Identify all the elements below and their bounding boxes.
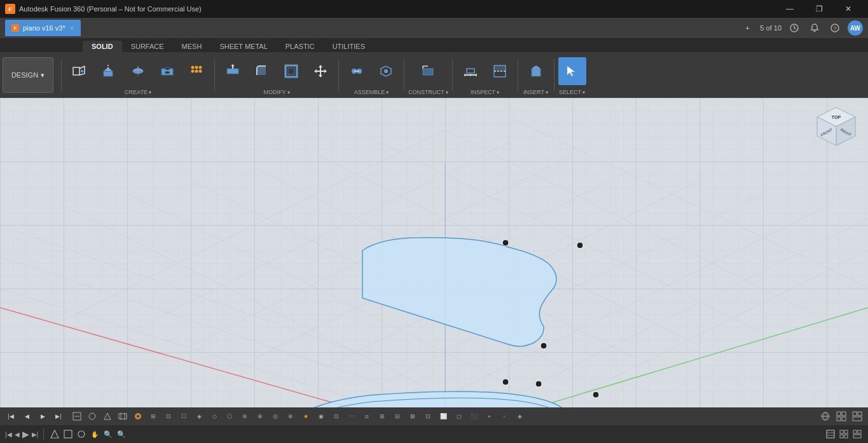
- assemble-arrow[interactable]: ▾: [386, 90, 389, 95]
- status-icon-4[interactable]: ✋: [89, 428, 100, 440]
- fillet-btn[interactable]: [248, 57, 276, 85]
- timeline-icon-19[interactable]: ⋯: [345, 409, 359, 423]
- section-btn[interactable]: [486, 57, 514, 85]
- grid-icon[interactable]: [834, 409, 848, 423]
- measure-btn[interactable]: [457, 57, 485, 85]
- doc-tab-0[interactable]: F piano v16 v3* ✕: [5, 20, 81, 36]
- status-icon-2[interactable]: [62, 428, 74, 440]
- timeline-icon-6[interactable]: ⊞: [146, 409, 160, 423]
- status-right-1[interactable]: [825, 428, 836, 440]
- pattern-btn[interactable]: [183, 57, 210, 85]
- status-icon-1[interactable]: [49, 428, 60, 440]
- tab-utilities[interactable]: UTILITIES: [324, 41, 374, 52]
- timeline-icon-16[interactable]: ★: [299, 409, 313, 423]
- status-fwd-btn[interactable]: ▶|: [32, 431, 39, 438]
- timeline-icon-10[interactable]: ◇: [207, 409, 221, 423]
- nav-step-btn[interactable]: ▶: [36, 409, 50, 423]
- timeline-icon-2[interactable]: [85, 409, 99, 423]
- close-btn[interactable]: ✕: [834, 0, 863, 18]
- minimize-btn[interactable]: —: [775, 0, 804, 18]
- tool-group-inspect: INSPECT ▾: [457, 53, 514, 97]
- timeline-icon-21[interactable]: ⊞: [375, 409, 389, 423]
- joint-btn[interactable]: [343, 57, 371, 85]
- tab-surface[interactable]: SURFACE: [122, 41, 173, 52]
- timeline-icon-17[interactable]: ◉: [314, 409, 328, 423]
- notifications-btn[interactable]: [807, 20, 822, 36]
- timeline-icon-13[interactable]: ⊕: [253, 409, 267, 423]
- status-play-btn[interactable]: ◀: [15, 431, 20, 438]
- timeline-icon-14[interactable]: ◎: [268, 409, 282, 423]
- create-arrow[interactable]: ▾: [149, 90, 151, 95]
- history-btn[interactable]: [787, 20, 802, 36]
- status-icon-6[interactable]: 🔍: [116, 428, 127, 440]
- construct-arrow[interactable]: ▾: [446, 90, 448, 95]
- timeline-icon-7[interactable]: ⊡: [162, 409, 176, 423]
- maximize-btn[interactable]: ❐: [804, 0, 834, 18]
- timeline-icon-5[interactable]: [131, 409, 145, 423]
- tab-label-0: piano v16 v3*: [23, 24, 65, 32]
- tab-icon: F: [11, 24, 19, 32]
- revolve-btn[interactable]: [124, 57, 152, 85]
- viewport-icon[interactable]: [818, 409, 832, 423]
- tab-solid[interactable]: SOLID: [83, 41, 122, 52]
- construct-plane-btn[interactable]: [414, 57, 442, 85]
- timeline-icon-9[interactable]: ◈: [192, 409, 206, 423]
- insert-arrow[interactable]: ▾: [546, 90, 548, 95]
- timeline-icon-22[interactable]: ⊟: [390, 409, 404, 423]
- timeline-icon-28[interactable]: ▪: [482, 409, 496, 423]
- view-cube[interactable]: TOP RIGHT FRONT: [811, 104, 862, 155]
- svg-rect-55: [532, 69, 541, 76]
- modify-arrow[interactable]: ▾: [287, 90, 290, 95]
- timeline-icon-4[interactable]: [116, 409, 130, 423]
- timeline-icon-25[interactable]: ⬜: [436, 409, 450, 423]
- inspect-arrow[interactable]: ▾: [497, 90, 499, 95]
- select-arrow[interactable]: ▾: [582, 90, 585, 95]
- tab-mesh[interactable]: MESH: [173, 41, 211, 52]
- timeline-icon-3[interactable]: [100, 409, 114, 423]
- timeline-icon-11[interactable]: ⬡: [223, 409, 237, 423]
- design-button[interactable]: DESIGN ▾: [3, 57, 53, 93]
- display-icon[interactable]: [850, 409, 864, 423]
- joint2-btn[interactable]: [372, 57, 400, 85]
- press-pull-btn[interactable]: [219, 57, 247, 85]
- timeline-icon-18[interactable]: ⊡: [329, 409, 343, 423]
- timeline-icon-1[interactable]: [70, 409, 84, 423]
- fillet-icon: [254, 64, 270, 79]
- timeline-icon-23[interactable]: ⊠: [406, 409, 420, 423]
- timeline-icon-15[interactable]: ⊗: [284, 409, 298, 423]
- help-btn[interactable]: ?: [827, 20, 843, 36]
- svg-rect-33: [288, 68, 294, 74]
- timeline-icon-12[interactable]: ⊛: [238, 409, 252, 423]
- timeline-icon-26[interactable]: ◻: [451, 409, 465, 423]
- svg-text:TOP: TOP: [832, 115, 841, 119]
- tab-plastic[interactable]: PLASTIC: [277, 41, 324, 52]
- tab-sheet-metal[interactable]: SHEET METAL: [210, 41, 276, 52]
- nav-play-btn[interactable]: ◀: [20, 409, 34, 423]
- status-icon-5[interactable]: 🔍: [102, 428, 114, 440]
- status-pause-btn[interactable]: ▶: [22, 429, 29, 439]
- timeline-icon-29[interactable]: ▫: [497, 409, 511, 423]
- nav-prev-btn[interactable]: |◀: [4, 409, 18, 423]
- status-right-3[interactable]: [851, 428, 863, 440]
- timeline-icon-30[interactable]: ◈: [513, 409, 527, 423]
- move-btn[interactable]: [307, 57, 334, 85]
- timeline-icon-24[interactable]: ⊡: [421, 409, 435, 423]
- add-tab-btn[interactable]: +: [740, 20, 755, 36]
- select-btn[interactable]: [558, 57, 586, 85]
- svg-rect-116: [842, 417, 846, 421]
- status-right-2[interactable]: [838, 428, 850, 440]
- timeline-icon-27[interactable]: ⬛: [467, 409, 481, 423]
- insert-btn[interactable]: [522, 57, 550, 85]
- timeline-icon-20[interactable]: ⧈: [360, 409, 374, 423]
- hole-btn[interactable]: [153, 57, 181, 85]
- new-component-btn[interactable]: [65, 57, 93, 85]
- extrude-btn[interactable]: [95, 57, 123, 85]
- canvas-area[interactable]: TOP RIGHT FRONT: [0, 98, 868, 407]
- tab-close-0[interactable]: ✕: [69, 25, 74, 32]
- user-avatar[interactable]: AW: [848, 20, 863, 36]
- status-icon-3[interactable]: [76, 428, 87, 440]
- nav-next-btn[interactable]: ▶|: [52, 409, 65, 423]
- status-prev-btn[interactable]: |◀: [5, 431, 12, 438]
- timeline-icon-8[interactable]: ☐: [177, 409, 191, 423]
- shell-btn[interactable]: [277, 57, 305, 85]
